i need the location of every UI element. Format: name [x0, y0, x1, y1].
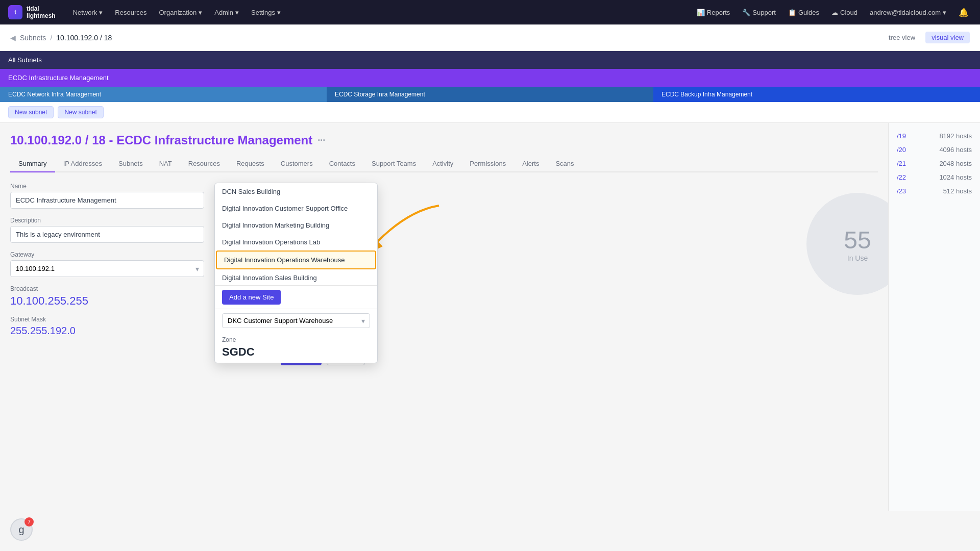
reports-icon: 📊	[697, 9, 705, 16]
add-site-button[interactable]: Add a new Site	[222, 290, 281, 305]
gateway-select[interactable]: 10.100.192.1	[10, 260, 204, 277]
bell-icon: 🔔	[959, 8, 969, 17]
right-sidebar: /19 8192 hosts /20 4096 hosts /21 2048 h…	[888, 123, 980, 511]
breadcrumb-subnets[interactable]: Subnets	[20, 34, 46, 42]
sidebar-cidr-21[interactable]: /21 2048 hosts	[889, 157, 980, 170]
dropdown-area: DCN Sales Building Digital Innovation Cu…	[214, 183, 878, 345]
sidebar-cidr-19[interactable]: /19 8192 hosts	[889, 129, 980, 143]
chevron-down-icon: ▾	[361, 317, 365, 325]
tab-customers[interactable]: Customers	[273, 156, 321, 172]
tab-requests[interactable]: Requests	[228, 156, 273, 172]
top-navigation: t tidallightmesh Network ▾ Resources Org…	[0, 0, 980, 24]
zone-field: Zone SGDC	[215, 332, 377, 363]
tab-summary[interactable]: Summary	[10, 156, 55, 172]
tab-contacts[interactable]: Contacts	[321, 156, 363, 172]
subnet-mask-field: Subnet Mask 255.255.192.0	[10, 316, 204, 337]
subnet-cell-network[interactable]: ECDC Network Infra Management	[0, 87, 327, 102]
tab-ip-addresses[interactable]: IP Addresses	[55, 156, 110, 172]
stats-panel: 🖨 ✏ 55 In Use 16.3K Available	[806, 183, 888, 295]
site-select-wrap: DKC Customer Support Warehouse ▾	[222, 313, 370, 328]
cloud-icon: ☁	[831, 9, 838, 16]
dropdown-item-di-operations-warehouse[interactable]: Digital Innovation Operations Warehouse	[216, 251, 376, 269]
ecdc-infra-row[interactable]: ECDC Infrastructure Management	[0, 69, 980, 87]
zone-value: SGDC	[222, 345, 370, 359]
site-select[interactable]: DKC Customer Support Warehouse	[222, 313, 370, 328]
name-field: Name	[10, 183, 204, 209]
page-title: 10.100.192.0 / 18 - ECDC Infrastructure …	[10, 133, 312, 147]
dropdown-item-dcn-sales[interactable]: DCN Sales Building	[215, 183, 377, 200]
gateway-select-wrap: 10.100.192.1 ▾	[10, 260, 204, 277]
tab-scans[interactable]: Scans	[547, 156, 582, 172]
subnet-mask-label: Subnet Mask	[10, 316, 204, 323]
dropdown-select-area: DKC Customer Support Warehouse ▾	[215, 309, 377, 332]
tab-support-teams[interactable]: Support Teams	[363, 156, 424, 172]
breadcrumb: ◀ Subnets / 10.100.192.0 / 18 tree view …	[0, 24, 980, 51]
dropdown-item-di-customer-support[interactable]: Digital Innovation Customer Support Offi…	[215, 200, 377, 217]
tree-view-button[interactable]: tree view	[883, 32, 921, 43]
dropdown-item-di-sales[interactable]: Digital Innovation Sales Building	[215, 269, 377, 285]
name-label: Name	[10, 183, 204, 190]
nav-admin[interactable]: Admin ▾	[209, 6, 244, 19]
chevron-down-icon: ▾	[235, 9, 239, 16]
tab-permissions[interactable]: Permissions	[461, 156, 514, 172]
new-subnet-button-2[interactable]: New subnet	[58, 106, 103, 118]
in-use-circle: 55 In Use	[806, 193, 888, 295]
tab-nat[interactable]: NAT	[151, 156, 180, 172]
content-area: 10.100.192.0 / 18 - ECDC Infrastructure …	[0, 123, 888, 511]
more-options-icon[interactable]: ···	[317, 135, 325, 146]
all-subnets-row[interactable]: All Subnets	[0, 51, 980, 69]
tabs: Summary IP Addresses Subnets NAT Resourc…	[10, 156, 878, 172]
chevron-down-icon: ▾	[943, 9, 946, 16]
description-label: Description	[10, 217, 204, 224]
broadcast-label: Broadcast	[10, 285, 204, 292]
nav-cloud[interactable]: ☁ Cloud	[828, 7, 861, 18]
broadcast-field: Broadcast 10.100.255.255	[10, 285, 204, 308]
dropdown-item-di-operations-lab[interactable]: Digital Innovation Operations Lab	[215, 234, 377, 251]
nav-notifications[interactable]: 🔔	[955, 6, 972, 19]
subnet-level-3: ECDC Network Infra Management ECDC Stora…	[0, 87, 980, 102]
chevron-down-icon: ▾	[199, 9, 202, 16]
visual-view-button[interactable]: visual view	[925, 32, 970, 43]
tab-resources[interactable]: Resources	[180, 156, 228, 172]
nav-resources[interactable]: Resources	[110, 6, 152, 19]
nav-reports[interactable]: 📊 Reports	[694, 7, 733, 18]
dropdown-item-di-marketing[interactable]: Digital Innovation Marketing Building	[215, 217, 377, 234]
nav-links: Network ▾ Resources Organization ▾ Admin…	[68, 6, 681, 19]
subnet-cell-backup[interactable]: ECDC Backup Infra Management	[653, 87, 980, 102]
site-dropdown: DCN Sales Building Digital Innovation Cu…	[214, 183, 378, 363]
nav-settings[interactable]: Settings ▾	[246, 6, 286, 19]
breadcrumb-current: 10.100.192.0 / 18	[56, 34, 112, 42]
name-input[interactable]	[10, 192, 204, 209]
sidebar-cidr-22[interactable]: /22 1024 hosts	[889, 170, 980, 184]
tab-activity[interactable]: Activity	[424, 156, 461, 172]
subnet-tree: All Subnets ECDC Infrastructure Manageme…	[0, 51, 980, 123]
new-subnet-row: New subnet New subnet	[0, 102, 980, 122]
brand-logo[interactable]: t tidallightmesh	[8, 5, 56, 20]
subnet-cell-storage[interactable]: ECDC Storage Inra Management	[327, 87, 653, 102]
nav-guides[interactable]: 📋 Guides	[785, 7, 822, 18]
gateway-field: Gateway 10.100.192.1 ▾	[10, 251, 204, 277]
nav-user[interactable]: andrew@tidalcloud.com ▾	[867, 7, 949, 18]
page-title-area: 10.100.192.0 / 18 - ECDC Infrastructure …	[10, 133, 878, 147]
content-grid: Name Description Gateway 10.100.192.1 ▾	[10, 183, 878, 345]
logo-icon: t	[8, 5, 22, 19]
nav-organization[interactable]: Organization ▾	[154, 6, 208, 19]
sidebar-cidr-20[interactable]: /20 4096 hosts	[889, 143, 980, 157]
nav-right: 📊 Reports 🔧 Support 📋 Guides ☁ Cloud and…	[694, 6, 972, 19]
add-site-area: Add a new Site	[215, 285, 377, 309]
chevron-down-icon: ▾	[195, 265, 199, 273]
dropdown-list: DCN Sales Building Digital Innovation Cu…	[215, 183, 377, 285]
nav-support[interactable]: 🔧 Support	[739, 7, 779, 18]
new-subnet-button-1[interactable]: New subnet	[8, 106, 54, 118]
brand-name: tidallightmesh	[27, 5, 56, 20]
tab-alerts[interactable]: Alerts	[514, 156, 547, 172]
sidebar-cidr-23[interactable]: /23 512 hosts	[889, 184, 980, 198]
form-panel: Name Description Gateway 10.100.192.1 ▾	[10, 183, 204, 345]
guides-icon: 📋	[788, 9, 796, 16]
breadcrumb-separator: /	[50, 34, 52, 42]
tab-subnets[interactable]: Subnets	[110, 156, 151, 172]
nav-network[interactable]: Network ▾	[68, 6, 108, 19]
back-arrow-icon: ◀	[10, 34, 16, 42]
chevron-down-icon: ▾	[277, 9, 281, 16]
description-input[interactable]	[10, 226, 204, 243]
